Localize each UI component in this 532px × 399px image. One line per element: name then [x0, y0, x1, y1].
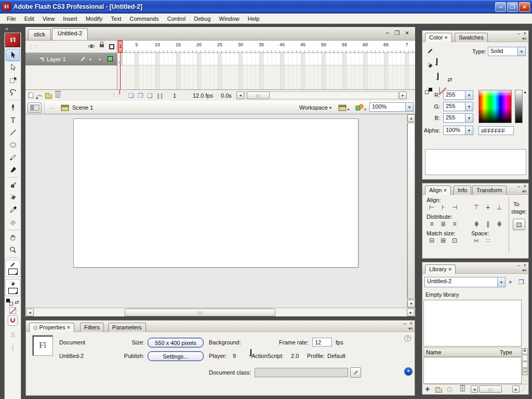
- default-colors-icon[interactable]: [6, 299, 13, 305]
- tab-filters[interactable]: Filters: [80, 323, 104, 332]
- library-combo-arrow-icon[interactable]: ▾: [497, 277, 505, 287]
- doc-restore-button[interactable]: ❐: [393, 30, 401, 36]
- stroke-pencil-icon[interactable]: [427, 47, 434, 56]
- zoom-value[interactable]: 100%: [370, 103, 405, 111]
- layer-name[interactable]: Layer 1: [47, 56, 66, 62]
- panel-menu-icon[interactable]: ▾≡: [408, 326, 413, 331]
- menu-help[interactable]: Help: [244, 15, 264, 23]
- menu-text[interactable]: Text: [107, 15, 125, 23]
- frame-ruler[interactable]: 5 10 15 20 25 30 35 40 45 50 55 60 65 7 …: [118, 41, 415, 53]
- menu-edit[interactable]: Edit: [20, 15, 38, 23]
- distribute-bottom-button[interactable]: ≡: [449, 220, 460, 228]
- tab-close-icon[interactable]: ×: [67, 324, 70, 330]
- scroll-up-button[interactable]: ▴: [407, 114, 415, 122]
- hex-value-input[interactable]: #FFFFFF: [478, 126, 514, 135]
- edit-scene-caret-icon[interactable]: ▾: [348, 108, 350, 112]
- menu-file[interactable]: File: [3, 15, 20, 23]
- zoom-combo-arrow-icon[interactable]: ▾: [405, 103, 413, 111]
- column-name[interactable]: Name: [426, 349, 441, 355]
- space-horizontal-button[interactable]: ∷: [483, 237, 493, 244]
- match-width-button[interactable]: ⊟: [427, 237, 437, 244]
- align-horizontal-center-button[interactable]: ⊦: [438, 204, 448, 211]
- type-combo[interactable]: Solid ▾: [488, 47, 526, 56]
- workspace-button[interactable]: Workspace: [299, 104, 328, 111]
- library-item-list[interactable]: [423, 357, 522, 384]
- fill-color-control[interactable]: [5, 279, 20, 296]
- stage-horizontal-scrollbar[interactable]: ◂ ||| ▸: [25, 308, 415, 316]
- green-field[interactable]: 255▾: [443, 102, 473, 111]
- distribute-horizontal-center-button[interactable]: ∥: [483, 220, 493, 228]
- onion-skin-outlines-button[interactable]: ❐: [138, 92, 143, 99]
- delete-layer-button[interactable]: [56, 92, 60, 99]
- panel-minimize-icon[interactable]: –: [517, 183, 521, 189]
- panel-close-icon[interactable]: ×: [523, 183, 526, 189]
- oval-tool[interactable]: [6, 139, 20, 151]
- collapse-panel-icon[interactable]: »: [5, 25, 8, 32]
- line-tool[interactable]: [6, 126, 20, 139]
- align-top-button[interactable]: ⊤: [471, 204, 482, 211]
- no-color-icon[interactable]: [9, 307, 16, 314]
- scroll-right-button[interactable]: ▸: [407, 309, 415, 316]
- eraser-tool[interactable]: [6, 216, 20, 229]
- panel-menu-icon[interactable]: ▾≡: [522, 36, 527, 41]
- stage-canvas[interactable]: [73, 118, 358, 268]
- free-transform-tool[interactable]: [6, 74, 20, 86]
- brightness-bar[interactable]: [515, 90, 523, 123]
- stage-vertical-scrollbar[interactable]: ▴ ▾: [407, 114, 415, 308]
- green-spinner-icon[interactable]: ▾: [465, 102, 473, 111]
- type-value[interactable]: Solid: [488, 47, 517, 56]
- menu-commands[interactable]: Commands: [125, 15, 163, 23]
- align-bottom-button[interactable]: ⊥: [494, 204, 504, 211]
- stroke-color-swatch[interactable]: [436, 58, 437, 65]
- resize-grip-icon[interactable]: ⋰: [522, 386, 526, 391]
- document-class-input[interactable]: [255, 368, 348, 377]
- minimize-button[interactable]: –: [495, 2, 506, 12]
- hide-timeline-button[interactable]: [28, 102, 42, 113]
- accessibility-icon[interactable]: ✶: [404, 367, 413, 376]
- paint-bucket-tool[interactable]: [6, 191, 20, 204]
- restore-button[interactable]: ❐: [507, 2, 518, 12]
- panel-close-icon[interactable]: ×: [409, 321, 413, 326]
- menu-control[interactable]: Control: [163, 15, 190, 23]
- column-type[interactable]: Type: [500, 349, 512, 355]
- panel-close-icon[interactable]: ×: [523, 31, 526, 36]
- align-left-button[interactable]: ⊢: [427, 204, 437, 211]
- layer-lock-dot[interactable]: •: [99, 56, 101, 62]
- edit-class-button[interactable]: [350, 367, 361, 378]
- subselection-tool[interactable]: [6, 61, 20, 74]
- stroke-color-swatch[interactable]: [8, 269, 18, 275]
- menu-modify[interactable]: Modify: [82, 15, 107, 23]
- alpha-spinner-icon[interactable]: ▾: [465, 126, 473, 135]
- new-folder-button[interactable]: [435, 388, 442, 394]
- library-scroll-left[interactable]: ◂: [471, 385, 478, 393]
- text-tool[interactable]: T: [6, 114, 20, 126]
- tab-transform[interactable]: Transform: [472, 185, 507, 195]
- wide-view-button[interactable]: [522, 355, 528, 361]
- edit-scene-button[interactable]: [338, 104, 347, 112]
- layer-row[interactable]: Layer 1 • •: [25, 53, 117, 65]
- tab-parameters[interactable]: Parameters: [108, 323, 146, 332]
- fill-bucket-icon[interactable]: [426, 62, 434, 71]
- tab-properties[interactable]: ◇ Properties ×: [29, 323, 74, 332]
- timeline-scrollbar-thumb[interactable]: |||: [247, 91, 270, 99]
- eyedropper-tool[interactable]: [6, 204, 20, 216]
- onion-skin-button[interactable]: ❏: [128, 92, 134, 99]
- size-button[interactable]: 550 x 400 pixels: [148, 338, 204, 348]
- doc-close-button[interactable]: ×: [403, 30, 411, 36]
- outline-column-icon[interactable]: [109, 44, 114, 50]
- vertical-thumb[interactable]: [407, 123, 415, 299]
- red-spinner-icon[interactable]: ▾: [465, 91, 473, 99]
- new-library-panel-icon[interactable]: ❐: [518, 278, 524, 286]
- lock-column-icon[interactable]: [100, 42, 104, 48]
- distribute-vertical-center-button[interactable]: ≣: [438, 220, 448, 228]
- new-symbol-button[interactable]: ✚: [425, 386, 430, 393]
- pen-tool[interactable]: [6, 101, 20, 114]
- frame-rate-input[interactable]: 12: [312, 338, 332, 347]
- playhead[interactable]: 1: [118, 41, 123, 52]
- brush-tool[interactable]: [6, 164, 20, 176]
- workspace-caret-icon[interactable]: ▾: [329, 105, 331, 110]
- panel-menu-icon[interactable]: ▾≡: [522, 268, 527, 273]
- back-arrow-icon[interactable]: ←: [48, 103, 55, 111]
- blue-spinner-icon[interactable]: ▾: [465, 114, 473, 122]
- snap-to-objects-toggle[interactable]: [8, 315, 18, 326]
